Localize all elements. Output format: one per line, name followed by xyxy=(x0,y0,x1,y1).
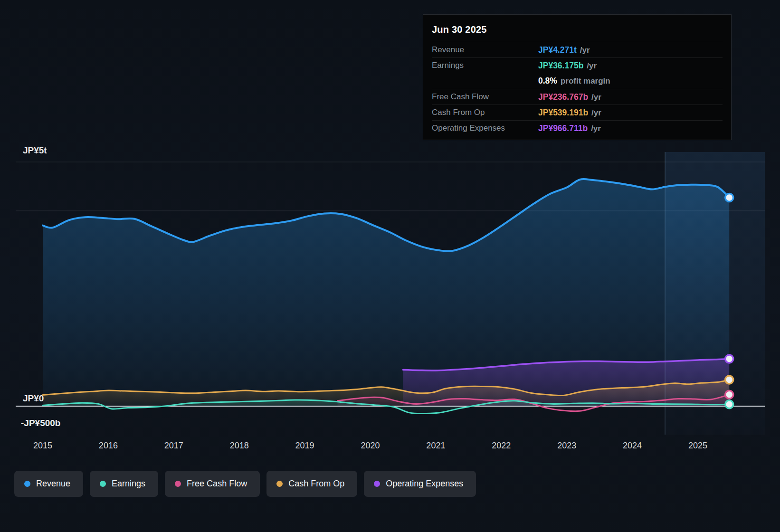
y-axis-label-neg500b: -JP¥500b xyxy=(21,418,60,428)
tooltip-row-value: JP¥4.271t xyxy=(538,45,577,55)
free-cash-flow-end-marker xyxy=(725,390,733,399)
tooltip-date: Jun 30 2025 xyxy=(432,21,723,42)
x-tick-2019: 2019 xyxy=(295,441,314,451)
tooltip-row-free-cash-flow: Free Cash FlowJP¥236.767b/yr xyxy=(432,89,723,104)
tooltip-row-unit: /yr xyxy=(591,124,601,133)
legend-item-label: Operating Expenses xyxy=(386,479,463,489)
x-tick-2018: 2018 xyxy=(230,441,249,451)
x-tick-2020: 2020 xyxy=(361,441,380,451)
tooltip-row-unit: /yr xyxy=(587,61,597,71)
tooltip-row-profit-margin: 0.8%profit margin xyxy=(432,73,723,89)
x-tick-2022: 2022 xyxy=(492,441,511,451)
legend-item-free-cash-flow[interactable]: Free Cash Flow xyxy=(165,471,260,497)
free-cash-flow-legend-dot-icon xyxy=(175,481,181,487)
tooltip-row-value: 0.8% xyxy=(538,76,557,86)
legend-item-label: Cash From Op xyxy=(288,479,344,489)
legend-item-label: Earnings xyxy=(112,479,145,489)
tooltip-row-label: Operating Expenses xyxy=(432,124,538,133)
x-tick-2017: 2017 xyxy=(164,441,183,451)
tooltip-row-unit: profit margin xyxy=(561,76,610,86)
legend-item-earnings[interactable]: Earnings xyxy=(90,471,158,497)
x-tick-2015: 2015 xyxy=(33,441,52,451)
legend-item-operating-expenses[interactable]: Operating Expenses xyxy=(364,471,476,497)
x-tick-2024: 2024 xyxy=(623,441,642,451)
tooltip-row-value: JP¥36.175b xyxy=(538,61,583,71)
x-tick-2023: 2023 xyxy=(557,441,576,451)
x-axis: 2015201620172018201920202021202220232024… xyxy=(0,441,780,455)
legend-item-cash-from-op[interactable]: Cash From Op xyxy=(266,471,357,497)
tooltip-row-cash-from-op: Cash From OpJP¥539.191b/yr xyxy=(432,104,723,120)
tooltip-rows: RevenueJP¥4.271t/yrEarningsJP¥36.175b/yr… xyxy=(432,42,723,136)
earnings-legend-dot-icon xyxy=(100,481,106,487)
legend-item-label: Revenue xyxy=(36,479,70,489)
tooltip-row-value: JP¥236.767b xyxy=(538,92,588,102)
operating-expenses-legend-dot-icon xyxy=(374,481,380,487)
x-tick-2021: 2021 xyxy=(426,441,445,451)
tooltip-row-unit: /yr xyxy=(580,46,590,55)
x-tick-2016: 2016 xyxy=(99,441,118,451)
tooltip-row-earnings: EarningsJP¥36.175b/yr xyxy=(432,57,723,73)
earnings-end-marker xyxy=(725,400,733,408)
tooltip-row-label: Free Cash Flow xyxy=(432,92,538,102)
chart-legend: RevenueEarningsFree Cash FlowCash From O… xyxy=(14,471,476,497)
tooltip-row-revenue: RevenueJP¥4.271t/yr xyxy=(432,42,723,57)
chart-tooltip: Jun 30 2025 RevenueJP¥4.271t/yrEarningsJ… xyxy=(423,14,732,140)
tooltip-row-value: JP¥539.191b xyxy=(538,108,588,118)
tooltip-row-value: JP¥966.711b xyxy=(538,124,588,133)
y-axis-label-5t: JP¥5t xyxy=(23,145,47,156)
cash-from-op-legend-dot-icon xyxy=(276,481,283,487)
y-axis-label-zero: JP¥0 xyxy=(23,393,44,404)
legend-item-revenue[interactable]: Revenue xyxy=(14,471,83,497)
tooltip-row-label: Revenue xyxy=(432,45,538,55)
cash-from-op-end-marker xyxy=(725,376,733,384)
financial-history-chart: Jun 30 2025 RevenueJP¥4.271t/yrEarningsJ… xyxy=(0,0,780,532)
tooltip-row-label: Earnings xyxy=(432,61,538,70)
revenue-legend-dot-icon xyxy=(24,481,30,487)
revenue-end-marker xyxy=(725,193,733,201)
tooltip-row-unit: /yr xyxy=(591,93,601,102)
tooltip-row-label: Cash From Op xyxy=(432,108,538,117)
x-tick-2025: 2025 xyxy=(688,441,707,451)
operating-expenses-end-marker xyxy=(725,355,733,363)
tooltip-row-operating-expenses: Operating ExpensesJP¥966.711b/yr xyxy=(432,120,723,136)
legend-item-label: Free Cash Flow xyxy=(187,479,247,489)
tooltip-row-unit: /yr xyxy=(591,108,601,118)
